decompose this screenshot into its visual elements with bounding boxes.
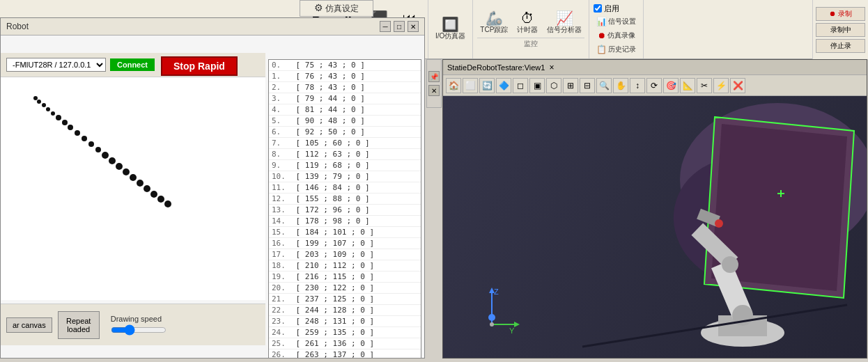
list-item: 14. [ 178 ; 98 ; 0 ] bbox=[269, 216, 421, 227]
list-item-value: [ 79 ; 44 ; 0 ] bbox=[291, 94, 365, 103]
list-item-index: 7. bbox=[272, 139, 291, 148]
v3d-btn-12[interactable]: ↕ bbox=[630, 78, 645, 93]
signal-analyzer-button[interactable]: 📈 信号分析器 bbox=[544, 10, 584, 36]
sim-recording-icon: ⏺ bbox=[598, 31, 606, 40]
v3d-btn-4[interactable]: 🔷 bbox=[496, 78, 511, 93]
panel-pin-button[interactable]: 📌 bbox=[428, 71, 440, 82]
tcp-track-icon: 🦾 bbox=[486, 11, 503, 25]
list-item-value: [ 259 ; 135 ; 0 ] bbox=[291, 328, 374, 337]
list-item: 7. [ 105 ; 60 ; 0 ] bbox=[269, 138, 421, 149]
list-item-index: 4. bbox=[272, 105, 291, 114]
enable-checkbox[interactable] bbox=[594, 4, 602, 13]
record-section: ⏺ 录制 录制中 停止录 bbox=[812, 0, 868, 59]
v3d-btn-18[interactable]: ❌ bbox=[730, 78, 745, 93]
list-item-value: [ 172 ; 96 ; 0 ] bbox=[291, 205, 370, 214]
list-item-value: [ 76 ; 43 ; 0 ] bbox=[291, 72, 365, 81]
record-icon: ⏺ bbox=[829, 10, 836, 17]
list-item-value: [ 139 ; 79 ; 0 ] bbox=[291, 172, 370, 181]
v3d-btn-16[interactable]: ✂ bbox=[697, 78, 712, 93]
list-item: 8. [ 112 ; 63 ; 0 ] bbox=[269, 149, 421, 160]
history-record-button[interactable]: 📋 历史记录 bbox=[594, 43, 639, 56]
io-sim-icon: 🔲 bbox=[442, 17, 459, 31]
list-item: 12. [ 155 ; 88 ; 0 ] bbox=[269, 194, 421, 205]
window-controls: ─ □ ✕ bbox=[380, 21, 419, 32]
list-item: 13. [ 172 ; 96 ; 0 ] bbox=[269, 205, 421, 216]
list-item-value: [ 155 ; 88 ; 0 ] bbox=[291, 194, 370, 203]
tcp-track-button[interactable]: 🦾 TCP跟踪 bbox=[477, 10, 511, 36]
panel-close-side-button[interactable]: ✕ bbox=[428, 85, 440, 96]
v3d-btn-1[interactable]: 🏠 bbox=[446, 78, 461, 93]
list-item-value: [ 263 ; 137 ; 0 ] bbox=[291, 350, 374, 359]
v3d-btn-15[interactable]: 📐 bbox=[680, 78, 695, 93]
drawing-canvas bbox=[1, 77, 265, 300]
axes-svg: Z Y bbox=[464, 286, 520, 335]
v3d-btn-7[interactable]: ⬡ bbox=[546, 78, 561, 93]
list-item-value: [ 75 ; 43 ; 0 ] bbox=[291, 61, 365, 70]
view3d-toolbar: 🏠 ⬜ 🔄 🔷 ◻ ▣ ⬡ ⊞ ⊟ 🔍 ✋ ↕ ⟳ 🎯 📐 ✂ ⚡ ❌ bbox=[443, 75, 867, 96]
list-item: 0. [ 75 ; 43 ; 0 ] bbox=[269, 60, 421, 71]
list-item: 17. [ 203 ; 109 ; 0 ] bbox=[269, 249, 421, 260]
record-button[interactable]: ⏺ 录制 bbox=[816, 7, 865, 21]
speed-slider[interactable] bbox=[111, 324, 166, 336]
list-item-value: [ 248 ; 131 ; 0 ] bbox=[291, 317, 374, 326]
list-item: 26. [ 263 ; 137 ; 0 ] bbox=[269, 349, 421, 359]
timer-button[interactable]: ⏱ 计时器 bbox=[513, 10, 541, 36]
list-item-index: 17. bbox=[272, 250, 291, 259]
bottom-controls: ar canvas Repeat loaded Drawing speed bbox=[1, 304, 265, 345]
maximize-button[interactable]: □ bbox=[394, 21, 405, 32]
signal-settings-button[interactable]: 📊 信号设置 bbox=[594, 15, 639, 28]
stop-record-button[interactable]: 停止录 bbox=[816, 39, 865, 53]
enable-checkbox-item: 启用 bbox=[594, 3, 639, 14]
svg-marker-3 bbox=[514, 322, 520, 327]
io-sim-button[interactable]: 🔲 I/O仿真器 bbox=[433, 16, 468, 42]
v3d-btn-11[interactable]: ✋ bbox=[613, 78, 628, 93]
list-item-index: 14. bbox=[272, 217, 291, 226]
robot-canvas-area bbox=[1, 77, 265, 307]
list-item-index: 15. bbox=[272, 228, 291, 237]
recording-status: 录制中 bbox=[816, 23, 865, 37]
svg-point-5 bbox=[488, 314, 495, 321]
v3d-btn-9[interactable]: ⊟ bbox=[580, 78, 595, 93]
list-item: 1. [ 76 ; 43 ; 0 ] bbox=[269, 71, 421, 82]
close-button[interactable]: ✕ bbox=[408, 21, 419, 32]
list-item: 24. [ 259 ; 135 ; 0 ] bbox=[269, 327, 421, 338]
repeat-loaded-button[interactable]: Repeat loaded bbox=[58, 311, 100, 339]
list-item-index: 9. bbox=[272, 161, 291, 170]
list-item-index: 19. bbox=[272, 272, 291, 281]
signal-section: 启用 📊 信号设置 ⏺ 仿真录像 📋 历史记录 bbox=[589, 0, 644, 58]
list-item: 15. [ 184 ; 101 ; 0 ] bbox=[269, 227, 421, 238]
signal-settings-icon: 📊 bbox=[596, 17, 607, 26]
monitor-section: 🦾 TCP跟踪 ⏱ 计时器 📈 信号分析器 监控 bbox=[473, 0, 589, 58]
data-list: 0. [ 75 ; 43 ; 0 ]1. [ 76 ; 43 ; 0 ]2. [… bbox=[268, 59, 421, 359]
v3d-btn-17[interactable]: ⚡ bbox=[713, 78, 729, 93]
sim-title-icon: ⚙ bbox=[314, 2, 323, 13]
connection-select[interactable]: -FMIUT28R / 127.0.0.1 bbox=[6, 58, 106, 72]
list-item: 19. [ 216 ; 115 ; 0 ] bbox=[269, 272, 421, 283]
clear-canvas-button[interactable]: ar canvas bbox=[6, 317, 52, 333]
robot-window-titlebar: Robot ─ □ ✕ bbox=[1, 18, 424, 36]
list-item-value: [ 112 ; 63 ; 0 ] bbox=[291, 150, 370, 159]
list-item: 16. [ 199 ; 107 ; 0 ] bbox=[269, 238, 421, 249]
connect-button[interactable]: Connect bbox=[110, 58, 155, 71]
list-item-value: [ 210 ; 112 ; 0 ] bbox=[291, 261, 374, 270]
v3d-btn-5[interactable]: ◻ bbox=[513, 78, 528, 93]
list-item: 4. [ 81 ; 44 ; 0 ] bbox=[269, 104, 421, 116]
view3d-tab-close[interactable]: × bbox=[549, 63, 554, 72]
list-item-index: 2. bbox=[272, 83, 291, 92]
v3d-btn-8[interactable]: ⊞ bbox=[563, 78, 578, 93]
sim-settings-title: ⚙ 仿真设定 bbox=[300, 0, 373, 17]
list-item: 18. [ 210 ; 112 ; 0 ] bbox=[269, 260, 421, 272]
v3d-btn-10[interactable]: 🔍 bbox=[596, 78, 612, 93]
list-item-value: [ 178 ; 98 ; 0 ] bbox=[291, 217, 370, 226]
v3d-btn-6[interactable]: ▣ bbox=[529, 78, 545, 93]
v3d-btn-13[interactable]: ⟳ bbox=[646, 78, 662, 93]
sim-recording-button[interactable]: ⏺ 仿真录像 bbox=[594, 29, 639, 42]
list-item-index: 22. bbox=[272, 306, 291, 315]
v3d-btn-2[interactable]: ⬜ bbox=[463, 78, 478, 93]
v3d-btn-3[interactable]: 🔄 bbox=[479, 78, 495, 93]
v3d-btn-14[interactable]: 🎯 bbox=[663, 78, 679, 93]
minimize-button[interactable]: ─ bbox=[380, 21, 391, 32]
stop-rapid-button[interactable]: Stop Rapid bbox=[161, 56, 238, 76]
list-item-value: [ 199 ; 107 ; 0 ] bbox=[291, 239, 374, 248]
svg-point-4 bbox=[490, 322, 494, 326]
